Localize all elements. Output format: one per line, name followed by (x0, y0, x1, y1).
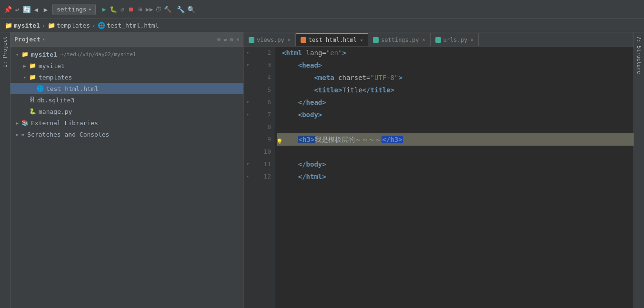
structure-side-tab[interactable]: 7: Structure (635, 32, 643, 78)
project-panel: Project ▾ ⊕ ⇄ ⚙ × ▾📁mysite1~/tedu/vip/da… (10, 32, 244, 308)
run-button[interactable]: ▶ (101, 6, 108, 13)
fold-marker (244, 146, 252, 158)
editor-tabs: views.py×test_html.html×settings.py×urls… (244, 32, 634, 47)
wrench-icon[interactable]: 🔧 (177, 6, 185, 13)
tree-item[interactable]: 🌐test_html.html (10, 83, 243, 94)
tree-item[interactable]: 🗄db.sqlite3 (10, 94, 243, 106)
tab-close-icon[interactable]: × (471, 37, 473, 42)
forward-icon[interactable]: ▶ (42, 6, 50, 13)
code-line-9[interactable]: 💡 <h3>我是模板层的～～～～</h3> (277, 133, 634, 146)
chevron-down-icon: ▾ (89, 7, 91, 12)
folder-icon: 📁 (5, 22, 12, 29)
line-numbers: 23456789101112 (252, 47, 275, 308)
build-button[interactable]: 🔨 (164, 6, 171, 13)
project-side-tab[interactable]: 1: Project (1, 32, 9, 71)
tree-item-label: templates (39, 74, 72, 81)
rerun-button[interactable]: ↺ (119, 6, 126, 13)
code-line-8[interactable] (277, 121, 634, 133)
tab-label: views.py (257, 37, 284, 43)
fold-marker[interactable]: ▾ (244, 59, 252, 71)
profile-button[interactable]: ⏱ (155, 6, 162, 13)
tab-close-icon[interactable]: × (423, 37, 425, 42)
code-line-11[interactable]: </body> (277, 158, 634, 170)
tree-item[interactable]: 🐍manage.py (10, 106, 243, 117)
code-line-5[interactable]: <title>Title</title> (277, 84, 634, 96)
tab-close-icon[interactable]: × (360, 38, 363, 43)
breadcrumb-file[interactable]: 🌐 test_html.html (98, 22, 159, 29)
toolbar: 📌 ↩ 🔄 ◀ ▶ settings ▾ ▶ 🐛 ↺ ⏹ ⊞ ▶▶ ⏱ 🔨 🔧 … (0, 0, 644, 19)
debug-button[interactable]: 🐛 (110, 6, 117, 13)
project-header-actions: ⊕ ⇄ ⚙ × (217, 36, 240, 43)
fold-marker[interactable]: ▾ (244, 47, 252, 59)
tree-item[interactable]: ▶✏Scratches and Consoles (10, 129, 243, 140)
tree-item[interactable]: ▶📚External Libraries (10, 117, 243, 129)
more-button[interactable]: ▶▶ (146, 6, 153, 13)
run-config-dropdown[interactable]: settings ▾ (52, 4, 96, 15)
settings-icon[interactable]: ⚙ (230, 36, 233, 43)
fold-marker[interactable]: ▾ (244, 109, 252, 121)
scope-icon[interactable]: ⇄ (223, 36, 227, 43)
editor-tab-urls-py[interactable]: urls.py× (431, 33, 479, 46)
fold-marker (244, 71, 252, 84)
tree-toggle-icon[interactable]: ▾ (22, 75, 28, 80)
code-line-12[interactable]: </html> (277, 170, 634, 183)
code-line-10[interactable] (277, 146, 634, 158)
line-number: 2 (255, 47, 271, 59)
breadcrumb-project[interactable]: 📁 mysite1 (5, 22, 40, 29)
tab-file-icon (435, 37, 441, 43)
revert-icon[interactable]: ↩ (13, 6, 21, 13)
tree-item[interactable]: ▾📁templates (10, 71, 243, 83)
code-content[interactable]: <html lang="en"> <head> <meta charset="U… (275, 47, 634, 308)
tree-toggle-icon[interactable]: ▾ (14, 52, 20, 57)
add-icon[interactable]: ⊕ (217, 36, 221, 43)
breadcrumb-sep1: › (42, 22, 46, 29)
code-editor[interactable]: ▾▾▾▾▾▾ 23456789101112 <html lang="en"> <… (244, 47, 634, 308)
search-everywhere-icon[interactable]: 🔍 (188, 6, 195, 13)
project-title-area: Project ▾ (14, 36, 45, 43)
tree-item[interactable]: ▶📁mysite1 (10, 60, 243, 71)
tree-item-label: Scratches and Consoles (27, 131, 109, 138)
coverage-button[interactable]: ⊞ (137, 6, 144, 13)
tree-toggle-icon[interactable]: ▶ (22, 63, 28, 69)
line-number: 8 (255, 121, 271, 133)
tab-close-icon[interactable]: × (288, 37, 291, 42)
editor-tab-test-html[interactable]: test_html.html× (296, 33, 368, 46)
code-text: </body> (282, 158, 326, 170)
fold-marker[interactable]: ▾ (244, 158, 252, 170)
breadcrumb-folder[interactable]: 📁 templates (48, 22, 90, 29)
code-text: <html lang="en"> (282, 47, 346, 59)
pin-icon[interactable]: 📌 (4, 6, 11, 13)
tree-item[interactable]: ▾📁mysite1~/tedu/vip/day02/mysite1 (10, 49, 243, 60)
editor-tab-views-py[interactable]: views.py× (244, 33, 296, 46)
close-panel-icon[interactable]: × (236, 36, 240, 43)
back-icon[interactable]: ◀ (32, 6, 40, 13)
editor-tab-settings-py[interactable]: settings.py× (368, 33, 431, 46)
fold-marker[interactable]: ▾ (244, 96, 252, 109)
breadcrumb-sep2: › (92, 22, 96, 29)
tree-item-icon: 📁 (29, 74, 36, 80)
fold-marker (244, 133, 252, 146)
code-line-6[interactable]: </head> (277, 96, 634, 109)
code-text: <head> (282, 59, 322, 71)
code-text: <meta charset="UTF-8"> (282, 71, 402, 84)
fold-gutter: ▾▾▾▾▾▾ (244, 47, 252, 308)
code-line-3[interactable]: <head> (277, 59, 634, 71)
line-number: 9 (255, 133, 271, 146)
fold-marker[interactable]: ▾ (244, 170, 252, 183)
tree-item-icon: ✏ (21, 131, 25, 138)
tab-file-icon (301, 37, 306, 43)
tab-file-icon (373, 37, 379, 43)
line-number: 7 (255, 109, 271, 121)
breadcrumb: 📁 mysite1 › 📁 templates › 🌐 test_html.ht… (0, 19, 644, 32)
code-line-7[interactable]: <body> (277, 109, 634, 121)
folder-icon2: 📁 (48, 22, 55, 29)
code-line-2[interactable]: <html lang="en"> (277, 47, 634, 59)
sync-icon[interactable]: 🔄 (23, 6, 30, 13)
tree-toggle-icon[interactable]: ▶ (14, 120, 20, 126)
project-dropdown-icon[interactable]: ▾ (42, 37, 45, 42)
tree-toggle-icon[interactable]: ▶ (14, 132, 20, 137)
stop-button[interactable]: ⏹ (128, 6, 135, 13)
tree-item-icon: 🐍 (29, 108, 36, 115)
line-number: 12 (255, 170, 271, 183)
code-line-4[interactable]: <meta charset="UTF-8"> (277, 71, 634, 84)
